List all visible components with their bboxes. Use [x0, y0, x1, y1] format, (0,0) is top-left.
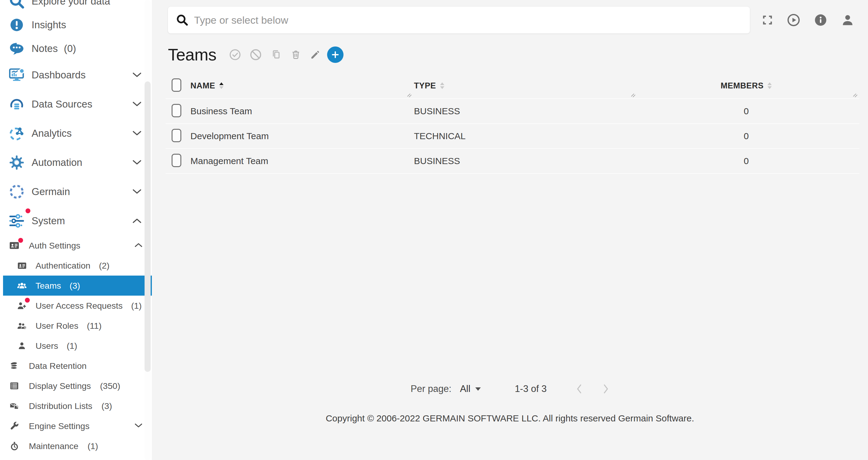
sidebar-item-automation[interactable]: Automation — [0, 148, 148, 177]
sidebar-item-user-roles[interactable]: User Roles (11) — [0, 316, 152, 336]
disable-icon[interactable] — [249, 48, 262, 61]
column-header-name[interactable]: NAME — [190, 73, 414, 98]
automation-icon — [8, 154, 26, 171]
info-icon[interactable] — [814, 13, 827, 27]
select-all-checkbox[interactable] — [172, 79, 181, 92]
sidebar-item-count: (3) — [101, 401, 112, 411]
sidebar-item-count: (11) — [87, 321, 102, 331]
per-page-value: All — [460, 384, 470, 394]
app-window: Explore your data Insights Notes (0) — [0, 0, 868, 460]
approve-icon[interactable] — [229, 48, 242, 61]
notes-icon — [8, 40, 26, 57]
column-resize-handle[interactable] — [407, 93, 412, 98]
team-name-cell: Business Team — [190, 106, 414, 116]
table-row[interactable]: Business Team BUSINESS 0 — [165, 99, 860, 124]
germain-icon — [8, 183, 26, 201]
sidebar-item-germain[interactable]: Germain — [0, 177, 148, 206]
sidebar-item-distribution-lists[interactable]: Distribution Lists (3) — [0, 396, 149, 416]
table-row[interactable]: Management Team BUSINESS 0 — [165, 149, 860, 174]
row-checkbox[interactable] — [172, 104, 181, 117]
table-header-row: NAME TYPE MEMBERS — [165, 73, 860, 99]
per-page-select[interactable]: All — [460, 384, 480, 394]
sidebar-item-teams[interactable]: Teams (3) — [3, 276, 152, 296]
sort-arrows-icon — [440, 82, 444, 89]
row-checkbox[interactable] — [172, 154, 181, 167]
team-type-cell: TECHNICAL — [414, 131, 633, 141]
sidebar-nav: Explore your data Insights Notes (0) — [0, 0, 140, 456]
person-icon — [17, 341, 27, 351]
main-content: Teams NAME — [152, 0, 868, 460]
chevron-down-icon[interactable] — [134, 423, 143, 428]
sidebar-item-dashboards[interactable]: Dashboards — [0, 60, 148, 90]
chevron-down-icon[interactable] — [132, 189, 142, 194]
run-icon[interactable] — [786, 13, 801, 27]
analytics-icon — [8, 125, 26, 142]
sort-arrows-icon — [219, 82, 223, 89]
chevron-down-icon[interactable] — [132, 72, 142, 78]
duplicate-icon[interactable] — [270, 49, 282, 61]
search-icon — [176, 14, 189, 26]
column-label: MEMBERS — [721, 81, 764, 91]
sidebar-item-authentication[interactable]: Authentication (2) — [0, 255, 152, 276]
sidebar-item-label: Distribution Lists — [29, 401, 92, 411]
team-members-cell: 0 — [633, 131, 860, 141]
previous-page-icon[interactable] — [576, 384, 583, 394]
dropdown-caret-icon — [475, 388, 481, 391]
search-icon — [8, 0, 26, 10]
page-range-label: 1-3 of 3 — [515, 384, 547, 394]
database-icon — [9, 360, 20, 371]
sidebar-item-engine-settings[interactable]: Engine Settings — [0, 416, 149, 436]
fullscreen-icon[interactable] — [762, 14, 773, 26]
notification-badge — [25, 298, 30, 303]
table-row[interactable]: Development Team TECHNICAL 0 — [165, 124, 860, 149]
chevron-up-icon[interactable] — [132, 218, 142, 223]
delete-icon[interactable] — [290, 49, 302, 60]
chevron-up-icon[interactable] — [134, 243, 143, 247]
insights-icon — [8, 16, 26, 34]
sidebar-item-explore-your-data[interactable]: Explore your data — [0, 0, 148, 13]
sidebar-item-display-settings[interactable]: Display Settings (350) — [0, 376, 149, 396]
sidebar-item-data-retention[interactable]: Data Retention — [0, 356, 149, 376]
sidebar-item-analytics[interactable]: Analytics — [0, 119, 148, 148]
sidebar-item-users[interactable]: Users (1) — [0, 336, 152, 356]
search-bar[interactable] — [168, 7, 750, 33]
user-icon[interactable] — [841, 13, 855, 27]
team-name-cell: Management Team — [190, 156, 414, 166]
sidebar-item-insights[interactable]: Insights — [0, 13, 148, 37]
edit-icon[interactable] — [309, 49, 321, 60]
mail-stack-icon — [9, 400, 20, 411]
dashboards-icon — [8, 66, 26, 84]
chevron-down-icon[interactable] — [132, 131, 142, 136]
sidebar-item-label: Germain — [32, 186, 70, 197]
column-header-type[interactable]: TYPE — [414, 73, 633, 98]
next-page-icon[interactable] — [602, 384, 609, 394]
add-icon[interactable] — [327, 47, 343, 63]
sidebar-scrollbar-thumb[interactable] — [145, 82, 151, 372]
chevron-down-icon[interactable] — [132, 101, 142, 106]
person-add-icon — [17, 301, 27, 311]
row-checkbox[interactable] — [172, 129, 181, 142]
column-resize-handle[interactable] — [852, 93, 858, 98]
page-header: Teams — [168, 45, 343, 64]
team-name-cell: Development Team — [190, 131, 414, 141]
list-icon — [9, 380, 20, 391]
sidebar-item-label: User Access Requests — [35, 301, 123, 311]
sidebar-item-data-sources[interactable]: Data Sources — [0, 90, 148, 119]
chevron-down-icon[interactable] — [132, 160, 142, 165]
id-card-icon — [17, 260, 27, 271]
team-members-cell: 0 — [633, 106, 860, 116]
search-input[interactable] — [193, 14, 742, 26]
column-header-members[interactable]: MEMBERS — [633, 73, 860, 98]
sidebar-scrollbar[interactable] — [145, 0, 151, 460]
sidebar-item-system[interactable]: System — [0, 206, 148, 236]
sidebar-item-auth-settings[interactable]: Auth Settings — [0, 236, 149, 255]
notification-badge — [18, 238, 23, 243]
team-members-cell: 0 — [633, 156, 860, 166]
sidebar-item-label: Notes — [32, 43, 58, 54]
pagination: Per page: All 1-3 of 3 — [152, 380, 868, 398]
sidebar-item-maintenance[interactable]: Maintenance (1) — [0, 436, 149, 456]
sidebar-item-notes[interactable]: Notes (0) — [0, 37, 148, 60]
id-card-icon — [9, 240, 20, 251]
sidebar-item-user-access-requests[interactable]: User Access Requests (1) — [0, 296, 152, 316]
sidebar: Explore your data Insights Notes (0) — [0, 0, 152, 460]
